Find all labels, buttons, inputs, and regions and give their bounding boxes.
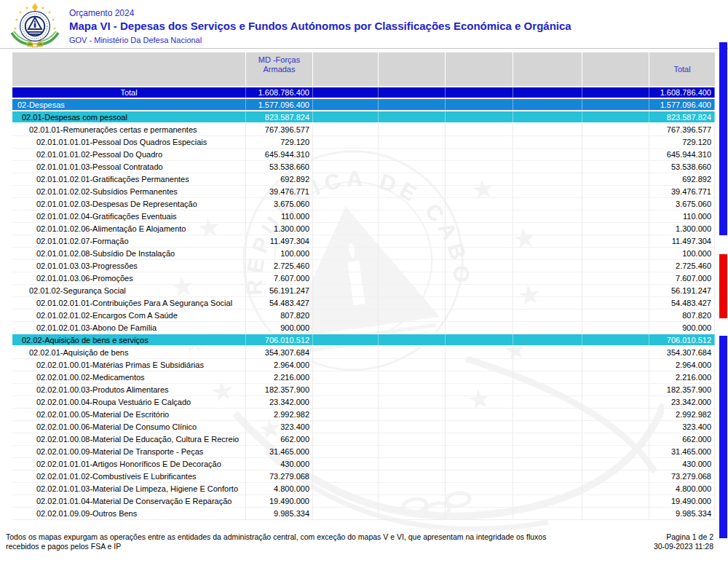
empty-cell bbox=[446, 359, 513, 371]
table-row: 02.01.01.01.01-Pessoal Dos Quadros Espec… bbox=[12, 135, 715, 148]
empty-cell bbox=[313, 446, 379, 457]
row-label: 02.02.01.01.03-Material De Limpeza, Higi… bbox=[12, 483, 246, 495]
empty-cell bbox=[446, 285, 513, 296]
empty-cell bbox=[582, 223, 649, 235]
md-forcas-armadas-value: 7.607.000 bbox=[246, 272, 313, 284]
empty-cell bbox=[513, 223, 582, 235]
empty-cell bbox=[446, 495, 513, 507]
total-value: 430.000 bbox=[649, 458, 715, 470]
row-label: 02.01.01.02.06-Alimentação E Alojamento bbox=[12, 223, 246, 235]
row-label: 02.02.01.00.05-Material De Escritório bbox=[12, 409, 246, 420]
empty-cell bbox=[379, 371, 446, 383]
table-row: 02.02.01.00.05-Material De Escritório2.9… bbox=[12, 408, 715, 420]
md-forcas-armadas-value: 110.000 bbox=[246, 210, 313, 222]
empty-cell bbox=[379, 99, 446, 110]
empty-cell bbox=[313, 285, 379, 296]
table-row: 02.02.01.01.01-Artigos Honoríficos E De … bbox=[12, 457, 715, 470]
empty-cell bbox=[446, 272, 513, 284]
empty-cell bbox=[379, 223, 446, 235]
empty-cell bbox=[446, 471, 513, 482]
md-forcas-armadas-value: 1.577.096.400 bbox=[246, 99, 313, 110]
empty-cell bbox=[582, 272, 649, 284]
empty-cell bbox=[379, 483, 446, 495]
row-label: 02.01.02.01.03-Abono De Família bbox=[12, 322, 246, 334]
total-value: 823.587.824 bbox=[649, 111, 715, 122]
empty-cell bbox=[313, 310, 379, 321]
row-label: 02.02-Aquisição de bens e serviços bbox=[12, 334, 246, 345]
marker-blue-bottom[interactable] bbox=[719, 336, 727, 538]
empty-cell bbox=[513, 384, 582, 395]
column-header-2 bbox=[313, 52, 379, 86]
total-value: 1.608.786.400 bbox=[649, 87, 715, 98]
row-label: 02.01.01.03.06-Promoções bbox=[12, 272, 246, 284]
row-label: 02.02.01.00.06-Material De Consumo Clíni… bbox=[12, 421, 246, 433]
table-row: 02.02.01.01.04-Material De Conservação E… bbox=[12, 495, 715, 507]
empty-cell bbox=[513, 124, 582, 135]
svg-text:✶: ✶ bbox=[51, 17, 55, 22]
total-value: 9.985.334 bbox=[649, 508, 715, 519]
empty-cell bbox=[313, 483, 379, 495]
empty-cell bbox=[313, 198, 379, 210]
header-divider bbox=[0, 48, 728, 49]
svg-text:✶: ✶ bbox=[15, 17, 18, 22]
table-body: Total1.608.786.4001.608.786.40002-Despes… bbox=[12, 86, 715, 520]
svg-text:✶: ✶ bbox=[25, 6, 28, 10]
empty-cell bbox=[313, 409, 379, 420]
table-row: 02.01.02.01.01-Contribuições Para A Segu… bbox=[12, 296, 715, 309]
empty-cell bbox=[513, 272, 582, 284]
empty-cell bbox=[313, 433, 379, 445]
empty-cell bbox=[446, 322, 513, 334]
empty-cell bbox=[446, 235, 513, 247]
empty-cell bbox=[513, 161, 582, 173]
table-row: 02.01.01.03.06-Promoções7.607.0007.607.0… bbox=[12, 272, 715, 284]
empty-cell bbox=[446, 161, 513, 173]
empty-cell bbox=[313, 334, 379, 345]
empty-cell bbox=[313, 495, 379, 507]
empty-cell bbox=[582, 483, 649, 495]
empty-cell bbox=[446, 297, 513, 309]
table-row: 02.01.01.02.08-Subsídio De Instalação100… bbox=[12, 247, 715, 259]
empty-cell bbox=[582, 458, 649, 470]
empty-cell bbox=[582, 248, 649, 259]
empty-cell bbox=[446, 347, 513, 358]
empty-cell bbox=[582, 433, 649, 445]
empty-cell bbox=[513, 334, 582, 345]
empty-cell bbox=[313, 471, 379, 482]
row-label: 02.02.01.01.02-Combustíveis E Lubrifican… bbox=[12, 471, 246, 482]
svg-text:✶: ✶ bbox=[41, 6, 44, 10]
empty-cell bbox=[582, 508, 649, 519]
empty-cell bbox=[513, 87, 582, 98]
total-value: 182.357.900 bbox=[649, 384, 715, 395]
empty-cell bbox=[446, 310, 513, 321]
column-header-7: Total bbox=[649, 52, 715, 86]
table-row: 02-Despesas1.577.096.4001.577.096.400 bbox=[12, 98, 715, 111]
empty-cell bbox=[379, 322, 446, 334]
total-value: 2.992.982 bbox=[649, 409, 715, 420]
md-forcas-armadas-value: 56.191.247 bbox=[246, 285, 313, 296]
cape-verde-emblem-logo: ✶✶✶ ✶✶✶ ✶✶ ✶✶ bbox=[7, 2, 63, 47]
total-value: 354.307.684 bbox=[649, 347, 715, 358]
table-row: 02.02.01.00.09-Material De Transporte - … bbox=[12, 445, 715, 457]
column-header-4 bbox=[446, 52, 513, 86]
md-forcas-armadas-value: 100.000 bbox=[246, 248, 313, 259]
total-value: 31.465.000 bbox=[649, 446, 715, 457]
marker-blue-top[interactable] bbox=[719, 42, 727, 235]
marker-red[interactable] bbox=[719, 254, 727, 318]
empty-cell bbox=[513, 433, 582, 445]
svg-text:✶: ✶ bbox=[18, 10, 22, 15]
empty-cell bbox=[313, 124, 379, 135]
empty-cell bbox=[513, 409, 582, 420]
empty-cell bbox=[513, 186, 582, 197]
total-value: 900.000 bbox=[649, 322, 715, 334]
empty-cell bbox=[379, 396, 446, 408]
empty-cell bbox=[313, 359, 379, 371]
row-label: 02.02.01.00.09-Material De Transporte - … bbox=[12, 446, 246, 457]
row-label: Total bbox=[12, 87, 246, 98]
empty-cell bbox=[513, 359, 582, 371]
empty-cell bbox=[446, 111, 513, 122]
md-forcas-armadas-value: 23.342.000 bbox=[246, 396, 313, 408]
footer-page-info: Pagina 1 de 2 30-09-2023 11:28 bbox=[654, 532, 713, 551]
empty-cell bbox=[313, 186, 379, 197]
total-value: 1.577.096.400 bbox=[649, 99, 715, 110]
empty-cell bbox=[313, 235, 379, 247]
